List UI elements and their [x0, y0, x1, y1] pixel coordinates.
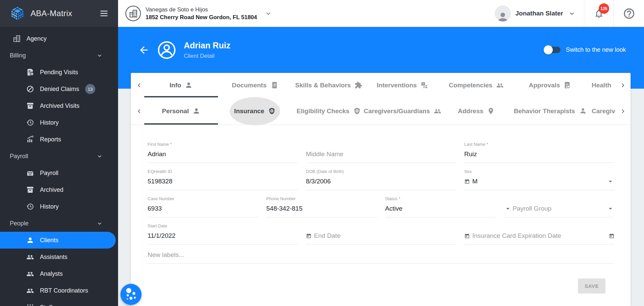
- dropdown-caret-icon[interactable]: [606, 205, 614, 213]
- sidebar-section-payroll[interactable]: Payroll: [0, 148, 118, 165]
- new-look-toggle[interactable]: [545, 47, 560, 53]
- chevron-down-icon: [568, 9, 576, 17]
- field-label: [306, 142, 456, 147]
- tab-eligibility-checks[interactable]: Eligibility Checks: [292, 97, 366, 125]
- field-label: [306, 223, 456, 229]
- sidebar-item-payroll[interactable]: Payroll: [0, 165, 118, 181]
- form-row-4: Start Date 11/1/2022 End Date: [148, 223, 614, 245]
- sidebar-item-archived-visits[interactable]: Archived Visits: [0, 97, 118, 114]
- help-button[interactable]: [614, 0, 644, 27]
- reports-icon: [26, 135, 34, 143]
- sidebar-item-payroll-history[interactable]: History: [0, 198, 118, 215]
- sidebar-nav: Agency Billing Pending Visits Denied Cla…: [0, 27, 118, 306]
- tab-address[interactable]: Address: [439, 97, 513, 125]
- history-icon: [26, 203, 34, 211]
- tabs-scroll-left-icon[interactable]: [134, 78, 144, 93]
- notifications-button[interactable]: 125: [584, 0, 613, 27]
- sidebar-item-agency[interactable]: Agency: [0, 30, 118, 47]
- dropdown-caret-icon[interactable]: [606, 177, 614, 185]
- field-label: Start Date: [148, 223, 298, 229]
- phone-number-field[interactable]: Phone Number 548-342-815: [266, 196, 377, 217]
- payroll-group-field[interactable]: Payroll Group: [504, 196, 614, 217]
- intervention-icon: [421, 81, 428, 89]
- tabs-scroll-left-icon[interactable]: [134, 104, 144, 119]
- company-selector[interactable]: Vanegas de Soto e Hijos 1852 Cherry Road…: [125, 6, 272, 21]
- tab-caregiver-m[interactable]: Caregiver M: [587, 97, 615, 125]
- sidebar-item-reports[interactable]: Reports: [0, 131, 118, 148]
- user-menu[interactable]: Jonathan Slater: [495, 5, 584, 21]
- new-labels-field[interactable]: New labels...: [148, 251, 614, 264]
- denied-claims-badge: 13: [85, 84, 95, 94]
- last-name-field[interactable]: Last Name * Ruiz: [464, 142, 614, 163]
- tab-interventions[interactable]: Interventions: [366, 73, 439, 97]
- status-field[interactable]: Status * Active: [385, 196, 496, 217]
- calendar-icon[interactable]: [609, 233, 614, 239]
- page-title: Adrian Ruiz: [184, 41, 230, 50]
- hamburger-menu-icon[interactable]: [99, 9, 109, 18]
- field-label: DOB (Date of Birth): [306, 169, 456, 174]
- field-label: Phone Number: [266, 196, 377, 202]
- topbar-right: Jonathan Slater 125: [495, 0, 644, 27]
- toggle-knob: [544, 45, 553, 54]
- sidebar-item-label: Archived Visits: [40, 102, 79, 110]
- start-date-field[interactable]: Start Date 11/1/2022: [148, 223, 298, 245]
- insurance-card-expiration-field[interactable]: Insurance Card Expiration Date: [464, 223, 614, 245]
- first-name-field[interactable]: First Name * Adrian: [148, 142, 298, 163]
- person-plus-icon: [579, 107, 586, 115]
- calendar-icon[interactable]: [464, 179, 470, 184]
- tab-skills-behaviors[interactable]: Skills & Behaviors: [292, 73, 366, 97]
- field-label: [464, 223, 614, 229]
- field-label: First Name *: [148, 142, 298, 147]
- tab-info[interactable]: Info: [144, 73, 218, 97]
- tab-behavior-therapists[interactable]: Behavior Therapists: [513, 97, 587, 125]
- sidebar-item-staff[interactable]: Staff: [0, 299, 118, 306]
- sidebar-item-clients[interactable]: Clients: [0, 232, 116, 249]
- archive-icon: [26, 102, 34, 110]
- tab-competencies[interactable]: Competencies: [439, 73, 513, 97]
- building-icon: [13, 35, 21, 43]
- person-icon: [193, 107, 200, 115]
- people-icon: [496, 81, 504, 89]
- middle-name-field[interactable]: Middle Name: [306, 142, 456, 163]
- sidebar-item-label: Payroll: [40, 170, 58, 177]
- dob-field[interactable]: DOB (Date of Birth) 8/3/2006: [306, 169, 456, 190]
- tab-health[interactable]: Health: [587, 73, 615, 97]
- sidebar-item-analysts[interactable]: Analysts: [0, 265, 118, 282]
- section-label: People: [10, 220, 29, 227]
- sidebar-item-label: History: [40, 203, 59, 210]
- sidebar-item-pending-visits[interactable]: Pending Visits: [0, 64, 118, 81]
- sidebar-item-rbt-coordinators[interactable]: RBT Coordinators: [0, 282, 118, 299]
- feedback-fab[interactable]: [120, 284, 142, 305]
- tabs-scroll-right-icon[interactable]: [615, 97, 630, 125]
- dropdown-caret-icon[interactable]: [504, 205, 512, 213]
- tab-insurance[interactable]: Insurance: [218, 97, 292, 125]
- form-row-labels: New labels...: [148, 251, 614, 264]
- calendar-icon[interactable]: [464, 233, 470, 239]
- back-arrow-icon[interactable]: [138, 44, 150, 56]
- sidebar-section-people[interactable]: People: [0, 215, 118, 232]
- save-button[interactable]: SAVE: [578, 278, 605, 294]
- chevron-down-icon: [96, 220, 103, 227]
- case-number-field[interactable]: Case Number 6933: [148, 196, 258, 217]
- field-value: 6933: [148, 204, 258, 213]
- tabs-scroll-right-icon[interactable]: [615, 73, 630, 97]
- page-subtitle: Client Detail: [184, 53, 230, 59]
- tab-caregivers-guardians[interactable]: Caregivers/Guardians: [366, 97, 439, 125]
- sidebar-item-payroll-archived[interactable]: Archived: [0, 181, 118, 198]
- sidebar-item-assistants[interactable]: Assistants: [0, 249, 118, 265]
- tab-personal[interactable]: Personal: [144, 97, 218, 125]
- sex-field[interactable]: Sex M: [464, 169, 614, 190]
- apps-icon: [26, 303, 34, 306]
- field-value: M: [472, 178, 478, 185]
- tab-documents[interactable]: Documents: [218, 73, 292, 97]
- calendar-icon[interactable]: [306, 233, 312, 239]
- eqhealth-id-field[interactable]: EQHealth ID 5198328: [148, 169, 298, 190]
- sidebar-item-denied-claims[interactable]: Denied Claims 13: [0, 81, 118, 97]
- save-row: SAVE: [148, 278, 614, 294]
- sidebar-section-billing[interactable]: Billing: [0, 47, 118, 64]
- help-icon: [623, 7, 635, 20]
- sidebar-item-billing-history[interactable]: History: [0, 114, 118, 131]
- end-date-field[interactable]: End Date: [306, 223, 456, 245]
- tab-approvals[interactable]: Approvals: [513, 73, 587, 97]
- sidebar-item-label: Pending Visits: [40, 69, 78, 76]
